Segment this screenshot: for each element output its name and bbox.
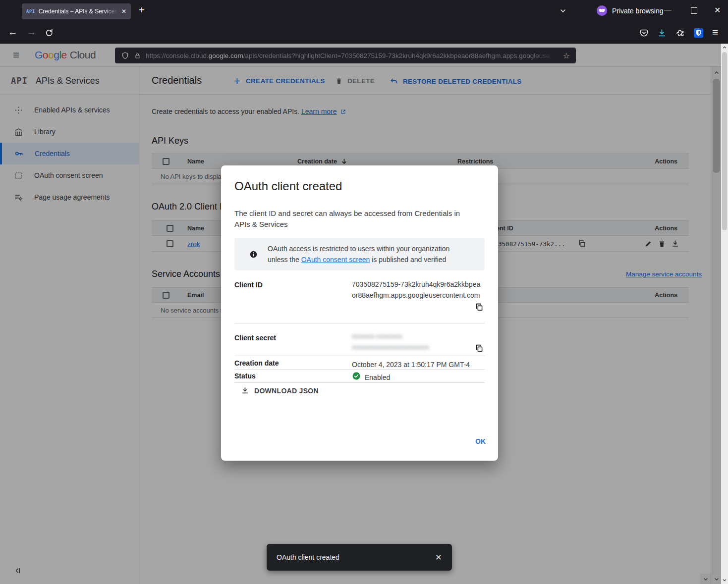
browser-toolbar: ← → https://console.cloud.google.com/api… [0,22,728,44]
bitwarden-shield-icon[interactable] [693,28,704,38]
toast-close-icon[interactable]: ✕ [435,552,442,563]
client-secret-label: Client secret [234,334,276,342]
private-browsing-badge: Private browsing [596,5,664,16]
browser-scrollbar[interactable] [721,44,728,584]
restricted-access-notice: OAuth access is restricted to users with… [234,238,485,270]
window-minimize-icon[interactable]: — [664,5,672,13]
creation-date-value: October 4, 2023 at 1:50:17 PM GMT-4 [352,359,470,370]
downloads-icon[interactable] [657,28,667,38]
divider [234,356,485,356]
extensions-puzzle-icon[interactable] [675,28,685,38]
oauth-client-created-dialog: OAuth client created The client ID and s… [221,165,498,461]
creation-date-label: Creation date [234,359,279,367]
client-id-label: Client ID [234,281,263,289]
oauth-consent-screen-link[interactable]: OAuth consent screen [301,256,370,264]
download-icon [241,386,249,395]
new-tab-icon[interactable]: + [139,4,145,16]
pocket-icon[interactable] [639,28,649,38]
toast-snackbar: OAuth client created ✕ [267,544,452,571]
divider [234,382,485,383]
menu-hamburger-icon[interactable]: ≡ [712,26,718,38]
info-icon [249,250,258,259]
window-close-icon[interactable]: ✕ [714,5,721,15]
notice-text: OAuth access is restricted to users with… [268,243,471,265]
dialog-body-text: The client ID and secret can always be a… [234,208,472,230]
copy-client-secret-icon[interactable] [475,344,484,353]
forward-icon[interactable]: → [27,27,36,38]
back-icon[interactable]: ← [8,27,17,38]
scroll-down-arrow[interactable] [721,576,728,584]
dialog-title: OAuth client created [234,179,342,193]
scrollbar-thumb[interactable] [722,52,727,230]
toast-message: OAuth client created [277,553,339,561]
browser-tab-active[interactable]: API Credentials – APIs & Services – z ✕ [22,3,131,19]
scroll-up-arrow[interactable] [721,44,728,52]
browser-tab-strip: API Credentials – APIs & Services – z ✕ … [0,0,728,22]
status-enabled-icon [352,372,361,380]
reload-icon[interactable] [45,28,53,37]
list-tabs-chevron-icon[interactable] [559,7,567,15]
tab-close-icon[interactable]: ✕ [121,8,126,15]
status-label: Status [234,372,256,380]
ok-button[interactable]: OK [475,437,486,445]
private-browsing-mask-icon [596,5,608,16]
status-value: Enabled [365,372,390,383]
window-maximize-icon[interactable] [691,7,697,14]
copy-client-id-icon[interactable] [475,303,484,312]
download-json-button[interactable]: DOWNLOAD JSON [241,386,319,395]
tab-title: Credentials – APIs & Services – z [39,8,118,15]
client-secret-value-redacted: xxxxxxx-xxxxxxxx xxxxxxxxxxxxxxxxxxxxxxx… [352,331,429,353]
client-id-value: 703508275159-73k2kruh4qk9r6a2kkbpea or88… [352,279,480,301]
api-favicon: API [26,9,35,14]
divider [234,369,485,370]
divider [234,323,485,323]
